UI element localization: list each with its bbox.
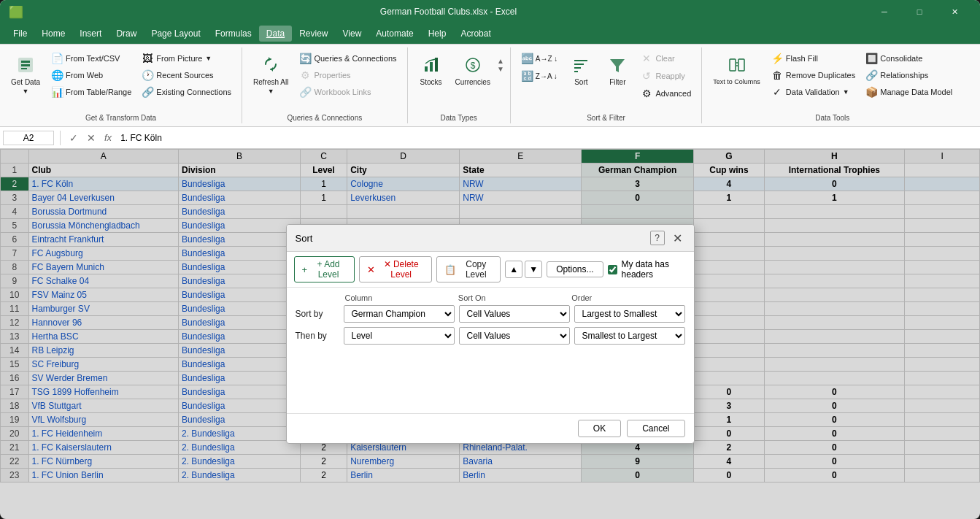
data-types-expand[interactable]: ▲ ▼ [497, 50, 504, 89]
order-header-label: Order [571, 293, 682, 302]
menu-draw[interactable]: Draw [109, 26, 144, 42]
menu-insert[interactable]: Insert [72, 26, 109, 42]
sort-sub-group: 🔤 A→Z ↓ 🔡 Z→A ↓ [517, 50, 563, 112]
get-transform-sub-group2: 🖼 From Picture ▼ 🕐 Recent Sources 🔗 Exis… [137, 50, 236, 100]
sort-az-button[interactable]: 🔤 A→Z ↓ [517, 50, 563, 66]
ribbon-group-queries-content: Refresh All ▼ 🔄 Queries & Connections ⚙ … [248, 50, 401, 110]
ribbon-group-data-tools: Text to Columns ⚡ Flash Fill 🗑 Remove Du… [702, 47, 962, 123]
ribbon-group-get-transform: Get Data ▼ 📄 From Text/CSV 🌐 From Web [0, 47, 242, 123]
dialog-title-controls: ? ✕ [650, 231, 685, 245]
copy-level-button[interactable]: 📋 Copy Level [436, 256, 501, 282]
then-by-order-select[interactable]: Smallest to Largest Largest to Smallest … [574, 327, 685, 345]
refresh-icon [259, 53, 282, 77]
formula-check-button[interactable]: ✓ [66, 131, 81, 145]
move-down-button[interactable]: ▼ [525, 261, 542, 278]
add-level-button[interactable]: + + Add Level [294, 256, 355, 282]
menu-acrobat[interactable]: Acrobat [453, 26, 498, 42]
menu-formulas[interactable]: Formulas [208, 26, 259, 42]
cell-reference-input[interactable] [3, 131, 54, 145]
text-to-columns-button[interactable]: Text to Columns [708, 50, 765, 100]
menu-help[interactable]: Help [421, 26, 454, 42]
from-table-button[interactable]: 📊 From Table/Range [47, 84, 136, 100]
ribbon: Get Data ▼ 📄 From Text/CSV 🌐 From Web [0, 44, 980, 127]
menu-page-layout[interactable]: Page Layout [144, 26, 207, 42]
sort-by-sort-on-select[interactable]: Cell Values Cell Color Font Color Cell I… [459, 305, 570, 323]
remove-duplicates-button[interactable]: 🗑 Remove Duplicates [767, 67, 860, 83]
sort-za-button[interactable]: 🔡 Z→A ↓ [517, 68, 563, 84]
refresh-all-button[interactable]: Refresh All ▼ [248, 50, 293, 100]
recent-sources-button[interactable]: 🕐 Recent Sources [137, 67, 236, 83]
close-button[interactable]: ✕ [938, 0, 971, 23]
svg-rect-5 [430, 62, 433, 72]
sort-button[interactable]: Sort [563, 50, 598, 112]
title-bar: 🟩 German Football Clubs.xlsx - Excel ─ □… [0, 0, 980, 23]
reapply-button[interactable]: ↺ Reapply [636, 68, 695, 84]
data-validation-button[interactable]: ✓ Data Validation ▼ [767, 84, 860, 100]
svg-rect-1 [21, 61, 30, 63]
menu-file[interactable]: File [6, 26, 34, 42]
menu-automate[interactable]: Automate [369, 26, 420, 42]
dialog-close-button[interactable]: ✕ [671, 231, 685, 245]
svg-rect-14 [730, 59, 736, 71]
relationships-button[interactable]: 🔗 Relationships [861, 67, 957, 83]
consolidate-button[interactable]: 🔲 Consolidate [861, 50, 957, 66]
recent-sources-icon: 🕐 [142, 69, 153, 81]
flash-fill-icon: ⚡ [771, 53, 783, 64]
currencies-button[interactable]: $ Currencies [450, 50, 495, 89]
cancel-button[interactable]: Cancel [627, 420, 684, 437]
manage-data-model-button[interactable]: 📦 Manage Data Model [861, 84, 957, 100]
data-types-label: Data Types [408, 114, 510, 122]
from-text-csv-button[interactable]: 📄 From Text/CSV [47, 50, 136, 66]
menu-review[interactable]: Review [292, 26, 335, 42]
svg-rect-4 [425, 66, 428, 72]
dialog-empty-space [296, 349, 685, 407]
stocks-button[interactable]: Stocks [414, 50, 449, 89]
from-picture-button[interactable]: 🖼 From Picture ▼ [137, 50, 236, 66]
data-tools-label: Data Tools [702, 114, 962, 122]
consolidate-icon: 🔲 [865, 53, 877, 64]
existing-connections-button[interactable]: 🔗 Existing Connections [137, 84, 236, 100]
ribbon-data-types-content: Stocks $ Currencies ▲ ▼ [414, 50, 504, 99]
data-tools-sub-group2: 🔲 Consolidate 🔗 Relationships 📦 Manage D… [861, 50, 957, 100]
then-by-column-select[interactable]: Level Club Division City State German Ch… [344, 327, 455, 345]
then-by-sort-on-select[interactable]: Cell Values Cell Color Font Color Cell I… [459, 327, 570, 345]
menu-data[interactable]: Data [259, 26, 292, 42]
get-transform-label: Get & Transform Data [0, 114, 242, 122]
from-web-icon: 🌐 [51, 69, 63, 81]
formula-fx-button[interactable]: fx [101, 131, 115, 145]
workbook-links-button[interactable]: 🔗 Workbook Links [295, 84, 401, 100]
from-web-button[interactable]: 🌐 From Web [47, 67, 136, 83]
clear-button[interactable]: ✕ Clear [636, 50, 695, 66]
formula-cancel-button[interactable]: ✕ [84, 131, 99, 145]
from-picture-icon: 🖼 [142, 53, 153, 64]
currencies-icon: $ [461, 53, 485, 77]
sort-by-order-select[interactable]: Largest to Smallest Smallest to Largest … [574, 305, 685, 323]
get-data-button[interactable]: Get Data ▼ [6, 50, 45, 100]
text-to-columns-icon [725, 53, 749, 77]
flash-fill-button[interactable]: ⚡ Flash Fill [767, 50, 860, 66]
sort-icon [569, 53, 593, 77]
dialog-toolbar: + + Add Level ✕ ✕ Delete Level 📋 Copy Le… [287, 252, 694, 288]
menu-home[interactable]: Home [34, 26, 72, 42]
formula-input[interactable] [117, 133, 977, 143]
minimize-button[interactable]: ─ [868, 0, 901, 23]
dialog-help-button[interactable]: ? [650, 231, 665, 245]
my-data-headers-checkbox[interactable] [608, 265, 617, 274]
properties-button[interactable]: ⚙ Properties [295, 67, 401, 83]
advanced-icon: ⚙ [641, 88, 652, 99]
move-up-button[interactable]: ▲ [505, 261, 522, 278]
data-tools-sub-group: ⚡ Flash Fill 🗑 Remove Duplicates ✓ Data … [767, 50, 860, 100]
advanced-button[interactable]: ⚙ Advanced [636, 85, 695, 101]
queries-connections-button[interactable]: 🔄 Queries & Connections [295, 50, 401, 66]
maximize-button[interactable]: □ [903, 0, 936, 23]
from-table-icon: 📊 [51, 86, 63, 98]
menu-view[interactable]: View [336, 26, 369, 42]
delete-level-button[interactable]: ✕ ✕ Delete Level [359, 256, 432, 282]
options-button[interactable]: Options... [547, 261, 603, 277]
filter-sub-group: ✕ Clear ↺ Reapply ⚙ Advanced [636, 50, 695, 112]
menu-bar: File Home Insert Draw Page Layout Formul… [0, 23, 980, 44]
sort-by-column-select[interactable]: German Champion Club Division Level City… [344, 305, 455, 323]
filter-button[interactable]: Filter [600, 50, 635, 112]
ok-button[interactable]: OK [578, 420, 621, 437]
get-transform-sub-group: 📄 From Text/CSV 🌐 From Web 📊 From Table/… [47, 50, 136, 100]
